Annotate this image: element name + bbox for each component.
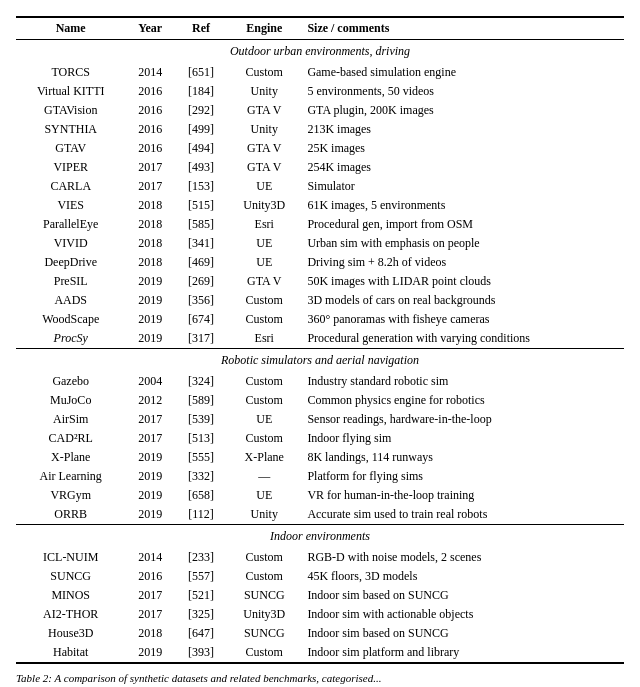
cell-engine: Custom <box>227 63 301 82</box>
cell-name: SUNCG <box>16 567 125 586</box>
cell-year: 2017 <box>125 177 174 196</box>
cell-ref: [332] <box>175 467 227 486</box>
cell-engine: Unity3D <box>227 605 301 624</box>
cell-comment: Platform for flying sims <box>301 467 624 486</box>
cell-comment: 50K images with LIDAR point clouds <box>301 272 624 291</box>
cell-comment: Procedural generation with varying condi… <box>301 329 624 349</box>
cell-engine: Unity3D <box>227 196 301 215</box>
cell-ref: [539] <box>175 410 227 429</box>
cell-ref: [651] <box>175 63 227 82</box>
cell-year: 2014 <box>125 548 174 567</box>
table-row: Virtual KITTI2016[184]Unity5 environment… <box>16 82 624 101</box>
cell-name: SYNTHIA <box>16 120 125 139</box>
cell-comment: 8K landings, 114 runways <box>301 448 624 467</box>
table-row: ParallelEye2018[585]EsriProcedural gen, … <box>16 215 624 234</box>
table-row: MINOS2017[521]SUNCGIndoor sim based on S… <box>16 586 624 605</box>
cell-ref: [153] <box>175 177 227 196</box>
cell-year: 2018 <box>125 253 174 272</box>
table-row: SYNTHIA2016[499]Unity213K images <box>16 120 624 139</box>
table-row: VRGym2019[658]UEVR for human-in-the-loop… <box>16 486 624 505</box>
cell-ref: [233] <box>175 548 227 567</box>
cell-engine: UE <box>227 410 301 429</box>
cell-engine: GTA V <box>227 139 301 158</box>
table-caption: Table 2: A comparison of synthetic datas… <box>16 672 624 684</box>
cell-year: 2017 <box>125 586 174 605</box>
cell-year: 2016 <box>125 139 174 158</box>
cell-engine: Custom <box>227 548 301 567</box>
cell-comment: Common physics engine for robotics <box>301 391 624 410</box>
cell-name: CARLA <box>16 177 125 196</box>
cell-engine: Esri <box>227 329 301 349</box>
cell-engine: GTA V <box>227 272 301 291</box>
cell-engine: Custom <box>227 643 301 663</box>
cell-ref: [493] <box>175 158 227 177</box>
cell-name: AirSim <box>16 410 125 429</box>
cell-engine: Custom <box>227 310 301 329</box>
cell-year: 2018 <box>125 215 174 234</box>
cell-name: Virtual KITTI <box>16 82 125 101</box>
cell-name: Habitat <box>16 643 125 663</box>
cell-ref: [674] <box>175 310 227 329</box>
cell-year: 2017 <box>125 410 174 429</box>
table-row: Air Learning2019[332]—Platform for flyin… <box>16 467 624 486</box>
cell-name: CAD²RL <box>16 429 125 448</box>
cell-ref: [513] <box>175 429 227 448</box>
cell-comment: Accurate sim used to train real robots <box>301 505 624 525</box>
cell-year: 2018 <box>125 196 174 215</box>
cell-comment: 213K images <box>301 120 624 139</box>
cell-comment: GTA plugin, 200K images <box>301 101 624 120</box>
cell-ref: [515] <box>175 196 227 215</box>
cell-year: 2017 <box>125 429 174 448</box>
cell-comment: Game-based simulation engine <box>301 63 624 82</box>
cell-engine: Unity <box>227 120 301 139</box>
cell-year: 2016 <box>125 101 174 120</box>
cell-engine: — <box>227 467 301 486</box>
cell-year: 2019 <box>125 448 174 467</box>
cell-year: 2019 <box>125 467 174 486</box>
cell-ref: [356] <box>175 291 227 310</box>
table-row: Habitat2019[393]CustomIndoor sim platfor… <box>16 643 624 663</box>
table-row: VIES2018[515]Unity3D61K images, 5 enviro… <box>16 196 624 215</box>
cell-name: GTAV <box>16 139 125 158</box>
table-row: Gazebo2004[324]CustomIndustry standard r… <box>16 372 624 391</box>
cell-year: 2019 <box>125 643 174 663</box>
cell-year: 2019 <box>125 329 174 349</box>
table-row: GTAVision2016[292]GTA VGTA plugin, 200K … <box>16 101 624 120</box>
cell-comment: Industry standard robotic sim <box>301 372 624 391</box>
cell-comment: Sensor readings, hardware-in-the-loop <box>301 410 624 429</box>
col-header-name: Name <box>16 17 125 40</box>
cell-comment: Indoor sim with actionable objects <box>301 605 624 624</box>
cell-ref: [647] <box>175 624 227 643</box>
table-row: X-Plane2019[555]X-Plane8K landings, 114 … <box>16 448 624 467</box>
cell-ref: [341] <box>175 234 227 253</box>
cell-ref: [557] <box>175 567 227 586</box>
cell-name: VRGym <box>16 486 125 505</box>
cell-ref: [555] <box>175 448 227 467</box>
cell-year: 2016 <box>125 120 174 139</box>
cell-year: 2019 <box>125 486 174 505</box>
cell-ref: [469] <box>175 253 227 272</box>
cell-comment: Indoor sim platform and library <box>301 643 624 663</box>
table-row: VIPER2017[493]GTA V254K images <box>16 158 624 177</box>
cell-engine: SUNCG <box>227 624 301 643</box>
section-header: Indoor environments <box>16 525 624 549</box>
cell-ref: [589] <box>175 391 227 410</box>
cell-name: GTAVision <box>16 101 125 120</box>
cell-engine: X-Plane <box>227 448 301 467</box>
cell-name: AADS <box>16 291 125 310</box>
cell-name: ICL-NUIM <box>16 548 125 567</box>
cell-ref: [585] <box>175 215 227 234</box>
cell-engine: Custom <box>227 429 301 448</box>
table-row: TORCS2014[651]CustomGame-based simulatio… <box>16 63 624 82</box>
cell-year: 2019 <box>125 505 174 525</box>
cell-year: 2017 <box>125 605 174 624</box>
cell-engine: Custom <box>227 372 301 391</box>
table-row: GTAV2016[494]GTA V25K images <box>16 139 624 158</box>
table-row: PreSIL2019[269]GTA V50K images with LIDA… <box>16 272 624 291</box>
cell-comment: Urban sim with emphasis on people <box>301 234 624 253</box>
col-header-size: Size / comments <box>301 17 624 40</box>
cell-comment: 5 environments, 50 videos <box>301 82 624 101</box>
cell-comment: Indoor flying sim <box>301 429 624 448</box>
cell-engine: Custom <box>227 391 301 410</box>
cell-comment: Indoor sim based on SUNCG <box>301 586 624 605</box>
